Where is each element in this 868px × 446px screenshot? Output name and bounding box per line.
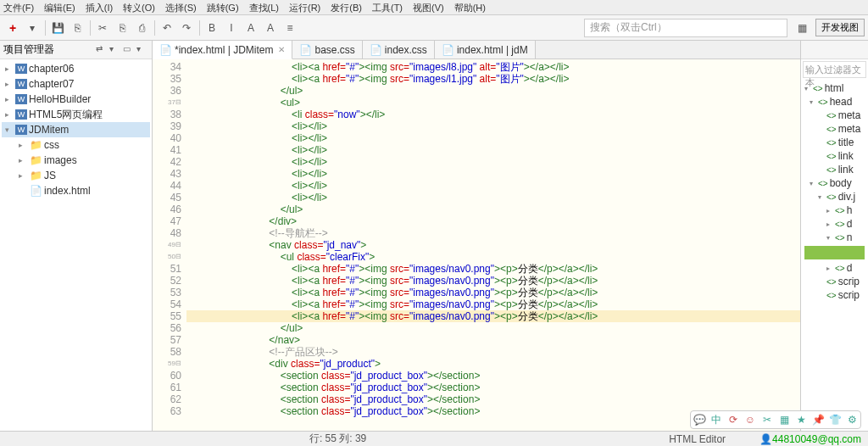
menu-item[interactable]: 视图(V) xyxy=(413,2,444,13)
outline-filter[interactable]: 输入过滤器文本 xyxy=(803,61,866,78)
code-line[interactable]: </ul> xyxy=(186,85,800,97)
shirt-icon[interactable]: 👕 xyxy=(828,413,842,426)
menu-item[interactable]: 工具(T) xyxy=(372,2,403,13)
editor-tab[interactable]: 📄*index.html | JDMitem✕ xyxy=(153,41,292,59)
editor-tab[interactable]: 📄index.html | jdM xyxy=(435,41,536,59)
outline-item[interactable]: ▾<>div.j xyxy=(803,190,866,203)
code-line[interactable]: <li></li> xyxy=(186,132,800,144)
code-line[interactable]: </ul> xyxy=(186,203,800,215)
grid-icon[interactable]: ▦ xyxy=(777,413,791,426)
outline-item[interactable]: ▾<>n xyxy=(803,231,866,244)
tree-item[interactable]: ▸📁images xyxy=(2,153,150,168)
tree-item[interactable]: ▸📁css xyxy=(2,137,150,153)
code-line[interactable]: <li><a href="#"><img src="images/nav0.pn… xyxy=(186,275,800,287)
outline-item[interactable]: ▾<>body xyxy=(803,176,866,190)
star-icon[interactable]: ★ xyxy=(794,413,808,426)
outline-item[interactable]: <>link xyxy=(803,149,866,163)
menu-item[interactable]: 运行(R) xyxy=(289,2,320,13)
tree-item[interactable]: ▾WJDMitem xyxy=(2,122,150,137)
menu-item[interactable]: 文件(F) xyxy=(3,2,34,13)
dev-view-button[interactable]: 开发视图 xyxy=(815,19,865,36)
outline-item[interactable]: <>scrip xyxy=(803,288,866,302)
code-line[interactable]: </ul> xyxy=(186,322,800,334)
chat-icon[interactable]: 💬 xyxy=(693,413,706,426)
link-icon[interactable]: ⇄ xyxy=(96,44,108,56)
tree-item[interactable]: ▸WHelloHBuilder xyxy=(2,92,150,107)
save-all-icon[interactable]: ⎘ xyxy=(68,19,86,37)
code-line[interactable]: <section class="jd_product_box"></sectio… xyxy=(186,370,800,382)
cut-icon[interactable]: ✂ xyxy=(760,413,774,426)
outline-tree[interactable]: ▾<>html▾<>head<>meta<>meta<>title<>link<… xyxy=(801,80,868,431)
code-line[interactable]: <li class="now"></li> xyxy=(186,109,800,120)
code-line[interactable]: <li></li> xyxy=(186,144,800,156)
bold-icon[interactable]: B xyxy=(203,19,221,37)
menu-item[interactable]: 转义(O) xyxy=(123,2,155,13)
menu-item[interactable]: 选择(S) xyxy=(165,2,197,13)
code-line[interactable]: <ul class="clearFix"> xyxy=(186,251,800,263)
tree-item[interactable]: 📄index.html xyxy=(2,183,150,198)
tree-item[interactable]: ▸Wchapter06 xyxy=(2,61,150,76)
pin-icon[interactable]: 📌 xyxy=(811,413,825,426)
code-line[interactable]: <li></li> xyxy=(186,192,800,203)
font-icon[interactable]: A xyxy=(261,19,280,37)
menu-item[interactable]: 帮助(H) xyxy=(454,2,486,13)
chinese-icon[interactable]: 中 xyxy=(709,413,723,426)
code-line[interactable]: <li></li> xyxy=(186,156,800,168)
outline-item[interactable]: ▸<>h xyxy=(803,203,866,217)
tree-item[interactable]: ▸WHTML5网页编程 xyxy=(2,107,150,122)
italic-icon[interactable]: I xyxy=(222,19,241,37)
menu-item[interactable]: 插入(I) xyxy=(86,2,113,13)
outline-item[interactable]: <>scrip xyxy=(803,275,866,288)
menu-item[interactable]: 跳转(G) xyxy=(207,2,239,13)
align-icon[interactable]: ≡ xyxy=(281,19,299,37)
code-line[interactable]: <li><a href="#"><img src="images/nav0.pn… xyxy=(186,263,800,275)
gear-icon[interactable]: ⚙ xyxy=(845,413,859,426)
editor-tab[interactable]: 📄index.css xyxy=(363,41,435,59)
outline-item[interactable]: <>meta xyxy=(803,122,866,136)
font-icon[interactable]: A xyxy=(242,19,260,37)
code-line[interactable]: <section class="jd_product_box"></sectio… xyxy=(186,393,800,405)
editor-tab[interactable]: 📄base.css xyxy=(292,41,362,59)
outline-item[interactable]: ▸<>d xyxy=(803,217,866,231)
menu-item[interactable]: 发行(B) xyxy=(331,2,362,13)
dropdown-icon[interactable]: ▾ xyxy=(23,19,42,37)
code-line[interactable]: <li><a href="#"><img src="images/l8.jpg"… xyxy=(186,61,800,73)
code-line[interactable]: <!--产品区块--> xyxy=(186,346,800,358)
code-line[interactable]: <li><a href="#"><img src="images/nav0.pn… xyxy=(186,298,800,310)
save-icon[interactable]: 💾 xyxy=(48,19,67,37)
outline-item[interactable]: ▾<>html xyxy=(803,81,866,95)
outline-item[interactable]: <>link xyxy=(803,163,866,176)
code-line[interactable]: </nav> xyxy=(186,334,800,346)
paste-icon[interactable]: ⎙ xyxy=(132,19,151,37)
outline-item[interactable]: ▾<>head xyxy=(803,95,866,109)
minimize-icon[interactable]: ▭ xyxy=(123,44,135,56)
code-line[interactable]: <div class="jd_product"> xyxy=(186,358,800,370)
code-line[interactable]: <li><a href="#"><img src="images/nav0.pn… xyxy=(186,310,800,322)
smile-icon[interactable]: ☺ xyxy=(743,413,757,426)
copy-icon[interactable]: ⎘ xyxy=(113,19,131,37)
redo-icon[interactable]: ↷ xyxy=(177,19,196,37)
search-input[interactable]: 搜索（双击Ctrl） xyxy=(584,19,787,37)
code-line[interactable]: <!--导航栏--> xyxy=(186,227,800,239)
view-icon[interactable]: ▦ xyxy=(793,19,811,37)
code-line[interactable]: </div> xyxy=(186,215,800,227)
tree-item[interactable]: ▸Wchapter07 xyxy=(2,76,150,92)
tree-item[interactable]: ▸📁JS xyxy=(2,168,150,183)
close-icon[interactable]: ✕ xyxy=(278,45,285,54)
menu-item[interactable]: 查找(L) xyxy=(249,2,279,13)
code-line[interactable]: <li></li> xyxy=(186,120,800,132)
code-line[interactable]: <li><a href="#"><img src="images/nav0.pn… xyxy=(186,287,800,298)
code-line[interactable]: <section class="jd_product_box"></sectio… xyxy=(186,382,800,393)
collapse-icon[interactable]: ▾ xyxy=(109,44,121,56)
outline-item[interactable]: ▸<>d xyxy=(803,261,866,275)
outline-item[interactable]: <>meta xyxy=(803,109,866,122)
code-content[interactable]: <li><a href="#"><img src="images/l8.jpg"… xyxy=(186,59,800,431)
project-tree[interactable]: ▸Wchapter06▸Wchapter07▸WHelloHBuilder▸WH… xyxy=(0,59,152,431)
new-file-icon[interactable]: + xyxy=(3,19,22,37)
outline-item[interactable]: <>title xyxy=(803,136,866,149)
code-line[interactable]: <nav class="jd_nav"> xyxy=(186,239,800,251)
menu-icon[interactable]: ▾ xyxy=(136,44,148,56)
cut-icon[interactable]: ✂ xyxy=(93,19,112,37)
undo-icon[interactable]: ↶ xyxy=(158,19,176,37)
code-line[interactable]: <li><a href="#"><img src="images/l1.jpg"… xyxy=(186,73,800,85)
